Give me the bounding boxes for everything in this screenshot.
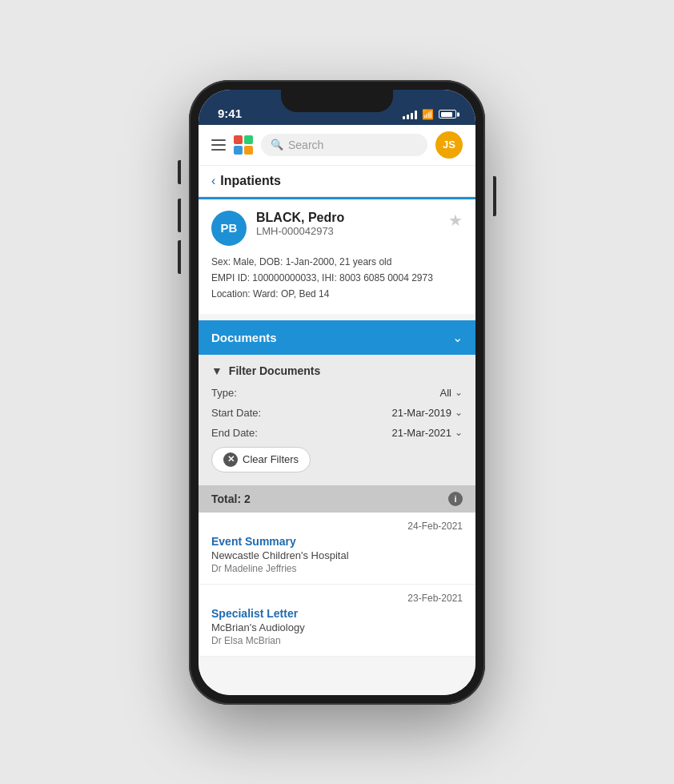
filter-title: Filter Documents [229, 364, 320, 377]
doc-organization: McBrian's Audiology [211, 621, 463, 633]
avatar-initials: JS [443, 139, 455, 151]
document-item[interactable]: 24-Feb-2021 Event Summary Newcastle Chil… [199, 513, 475, 585]
signal-icon [403, 110, 417, 119]
main-content: ‹ Inpatients PB BLACK, Pedro LMH-0000429… [199, 166, 475, 695]
breadcrumb-title: Inpatients [220, 174, 281, 188]
logo-icon [234, 135, 253, 155]
search-icon: 🔍 [271, 139, 283, 151]
enddate-value: 21-Mar-2021 [392, 427, 451, 439]
patient-name-block: BLACK, Pedro LMH-000042973 [256, 211, 448, 237]
filter-icon: ▼ [211, 364, 223, 377]
volume-down-button [178, 240, 181, 274]
patient-id: LMH-000042973 [256, 225, 448, 237]
back-button[interactable]: ‹ [211, 174, 215, 188]
info-icon[interactable]: i [448, 492, 463, 506]
patient-empi-ihi: EMPI ID: 100000000033, IHI: 8003 6085 00… [211, 270, 463, 286]
status-time: 9:41 [218, 107, 242, 120]
patient-location: Location: Ward: OP, Bed 14 [211, 286, 463, 302]
notch [281, 90, 393, 112]
filter-panel: ▼ Filter Documents Type: All ⌄ Start Dat… [199, 355, 475, 485]
status-icons: 📶 [403, 109, 456, 120]
doc-date: 24-Feb-2021 [211, 521, 463, 532]
startdate-label: Start Date: [211, 407, 261, 419]
doc-doctor: Dr Elsa McBrian [211, 635, 463, 646]
doc-title: Event Summary [211, 535, 463, 548]
app-logo [234, 135, 253, 155]
app-header: 🔍 Search JS [199, 125, 475, 166]
battery-icon [439, 110, 456, 119]
silent-button [178, 160, 181, 184]
clear-x-icon: ✕ [223, 452, 238, 467]
type-label: Type: [211, 387, 237, 399]
type-chevron-icon: ⌄ [455, 387, 463, 398]
doc-date: 23-Feb-2021 [211, 593, 463, 604]
breadcrumb: ‹ Inpatients [199, 166, 475, 197]
startdate-value: 21-Mar-2019 [392, 407, 451, 419]
doc-organization: Newcastle Children's Hospital [211, 549, 463, 561]
doc-title: Specialist Letter [211, 607, 463, 620]
patient-details: Sex: Male, DOB: 1-Jan-2000, 21 years old… [211, 254, 463, 303]
phone-screen: 9:41 📶 [199, 90, 475, 695]
documents-chevron-icon: ⌄ [452, 330, 463, 345]
patient-name: BLACK, Pedro [256, 211, 448, 225]
hamburger-menu-button[interactable] [211, 139, 226, 151]
enddate-select[interactable]: 21-Mar-2021 ⌄ [392, 427, 463, 439]
phone-frame: 9:41 📶 [189, 80, 485, 705]
startdate-chevron-icon: ⌄ [455, 407, 463, 418]
patient-card-top: PB BLACK, Pedro LMH-000042973 ★ [211, 211, 463, 246]
total-bar: Total: 2 i [199, 485, 475, 513]
patient-avatar: PB [211, 211, 247, 246]
search-bar[interactable]: 🔍 Search [261, 134, 427, 156]
startdate-select[interactable]: 21-Mar-2019 ⌄ [392, 407, 463, 419]
clear-filters-button[interactable]: ✕ Clear Filters [211, 447, 311, 472]
user-avatar-button[interactable]: JS [435, 131, 463, 159]
enddate-label: End Date: [211, 427, 258, 439]
doc-doctor: Dr Madeline Jeffries [211, 563, 463, 574]
filter-startdate-row: Start Date: 21-Mar-2019 ⌄ [211, 407, 463, 419]
total-text: Total: 2 [211, 493, 251, 505]
documents-title: Documents [211, 331, 277, 344]
enddate-chevron-icon: ⌄ [455, 427, 463, 438]
filter-enddate-row: End Date: 21-Mar-2021 ⌄ [211, 427, 463, 439]
filter-type-row: Type: All ⌄ [211, 387, 463, 399]
search-placeholder: Search [288, 139, 323, 151]
patient-card: PB BLACK, Pedro LMH-000042973 ★ Sex: Mal… [199, 197, 475, 314]
document-item[interactable]: 23-Feb-2021 Specialist Letter McBrian's … [199, 585, 475, 657]
filter-title-row: ▼ Filter Documents [211, 364, 463, 377]
volume-up-button [178, 199, 181, 232]
type-select[interactable]: All ⌄ [440, 387, 463, 399]
power-button [493, 176, 496, 216]
clear-filters-label: Clear Filters [243, 453, 299, 465]
documents-section-header[interactable]: Documents ⌄ [199, 320, 475, 355]
patient-sex-dob: Sex: Male, DOB: 1-Jan-2000, 21 years old [211, 254, 463, 270]
patient-initials: PB [221, 221, 238, 235]
wifi-icon: 📶 [422, 109, 434, 120]
favourite-star-button[interactable]: ★ [448, 211, 463, 230]
type-value: All [440, 387, 451, 399]
